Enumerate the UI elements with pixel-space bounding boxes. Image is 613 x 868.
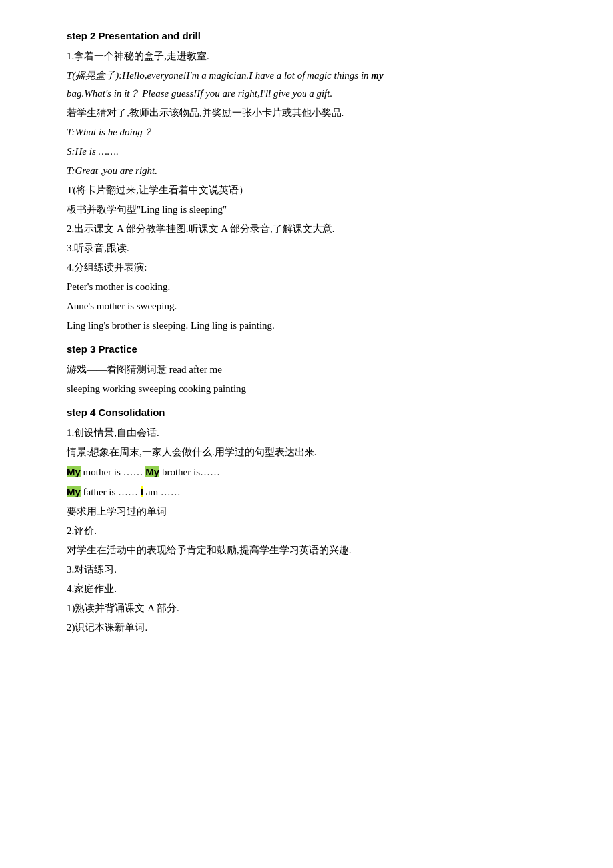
line20-text2: am …… (143, 487, 181, 497)
line16: sleeping working sweeping cooking painti… (67, 380, 560, 398)
line9: 2.出示课文 A 部分教学挂图.听课文 A 部分录音,了解课文大意. (67, 220, 560, 238)
line3: 若学生猜对了,教师出示该物品,并奖励一张小卡片或其他小奖品. (67, 104, 560, 122)
line11: 4.分组练读并表演: (67, 259, 560, 277)
step4-heading: step 4 Consolidation (67, 403, 560, 421)
line2: T(摇晃盒子):Hello,everyone!I'm a magician.I … (67, 67, 560, 103)
line6: T:Great ,you are right. (67, 162, 560, 180)
line25: 4.家庭作业. (67, 580, 560, 598)
line27: 2)识记本课新单词. (67, 619, 560, 637)
line23: 对学生在活动中的表现给予肯定和鼓励,提高学生学习英语的兴趣. (67, 541, 560, 559)
line21: 要求用上学习过的单词 (67, 503, 560, 521)
line20-text1: father is …… (81, 487, 141, 497)
line24: 3.对话练习. (67, 561, 560, 579)
line19-text2: brother is…… (159, 467, 220, 477)
line7: T(将卡片翻过来,让学生看着中文说英语） (67, 181, 560, 199)
line12: Peter's mother is cooking. (67, 278, 560, 296)
line19-text1: mother is …… (81, 467, 146, 477)
step2-heading: step 2 Presentation and drill (67, 27, 560, 45)
line19: My mother is …… My brother is…… (67, 463, 560, 481)
line13: Anne's mother is sweeping. (67, 297, 560, 315)
line17: 1.创设情景,自由会话. (67, 424, 560, 442)
line18: 情景:想象在周末,一家人会做什么.用学过的句型表达出来. (67, 443, 560, 461)
line26: 1)熟读并背诵课文 A 部分. (67, 599, 560, 617)
line15: 游戏——看图猜测词意 read after me (67, 361, 560, 379)
line20: My father is …… I am …… (67, 483, 560, 501)
line14: Ling ling's brother is sleeping. Ling li… (67, 317, 560, 335)
line1: 1.拿着一个神秘的盒子,走进教室. (67, 47, 560, 65)
my-highlight-2: My (145, 466, 159, 477)
line10: 3.听录音,跟读. (67, 239, 560, 257)
line8: 板书并教学句型"Ling ling is sleeping" (67, 201, 560, 219)
line2-text: T(摇晃盒子):Hello,everyone!I'm a magician.I … (67, 70, 384, 99)
step3-heading: step 3 Practice (67, 340, 560, 358)
my-highlight-1: My (67, 466, 81, 477)
line22: 2.评价. (67, 522, 560, 540)
my-highlight-3: My (67, 486, 81, 497)
line5: S:He is ……. (67, 143, 560, 161)
line4: T:What is he doing？ (67, 123, 560, 141)
